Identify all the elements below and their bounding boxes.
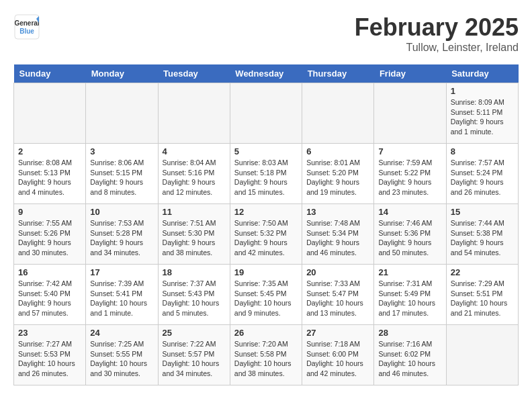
day-info: Sunrise: 7:39 AM Sunset: 5:41 PM Dayligh… <box>90 279 153 318</box>
day-info: Sunrise: 7:25 AM Sunset: 5:55 PM Dayligh… <box>90 339 153 379</box>
header: General Blue February 2025 Tullow, Leins… <box>13 13 519 54</box>
calendar-body: 1Sunrise: 8:09 AM Sunset: 5:11 PM Daylig… <box>14 83 519 385</box>
calendar-day-cell: 27Sunrise: 7:18 AM Sunset: 6:00 PM Dayli… <box>302 325 374 385</box>
calendar-week-row: 16Sunrise: 7:42 AM Sunset: 5:40 PM Dayli… <box>14 265 519 325</box>
day-info: Sunrise: 7:48 AM Sunset: 5:34 PM Dayligh… <box>306 218 369 258</box>
day-number: 5 <box>234 146 298 156</box>
calendar-week-row: 1Sunrise: 8:09 AM Sunset: 5:11 PM Daylig… <box>14 83 519 144</box>
day-info: Sunrise: 7:33 AM Sunset: 5:47 PM Dayligh… <box>306 279 369 318</box>
calendar-day-cell: 13Sunrise: 7:48 AM Sunset: 5:34 PM Dayli… <box>302 204 374 265</box>
calendar-day-cell: 14Sunrise: 7:46 AM Sunset: 5:36 PM Dayli… <box>374 204 446 265</box>
calendar-day-cell: 28Sunrise: 7:16 AM Sunset: 6:02 PM Dayli… <box>374 325 446 385</box>
day-info: Sunrise: 7:42 AM Sunset: 5:40 PM Dayligh… <box>18 279 81 318</box>
calendar-day-cell: 21Sunrise: 7:31 AM Sunset: 5:49 PM Dayli… <box>374 265 446 325</box>
day-number: 6 <box>306 146 369 156</box>
svg-rect-0 <box>15 15 39 39</box>
day-number: 15 <box>451 207 514 217</box>
day-info: Sunrise: 7:16 AM Sunset: 6:02 PM Dayligh… <box>378 339 441 379</box>
day-info: Sunrise: 8:08 AM Sunset: 5:13 PM Dayligh… <box>18 158 81 197</box>
day-number: 9 <box>18 207 81 217</box>
calendar-header-cell: Wednesday <box>230 64 302 83</box>
day-info: Sunrise: 7:55 AM Sunset: 5:26 PM Dayligh… <box>18 218 81 258</box>
day-number: 13 <box>306 207 369 217</box>
svg-text:General: General <box>14 19 39 27</box>
day-number: 19 <box>234 267 298 277</box>
day-number: 17 <box>90 267 153 277</box>
day-number: 24 <box>90 328 153 338</box>
day-number: 20 <box>306 267 369 277</box>
day-info: Sunrise: 8:04 AM Sunset: 5:16 PM Dayligh… <box>163 158 226 197</box>
logo-graphic: General Blue <box>13 13 40 43</box>
calendar-day-cell: 15Sunrise: 7:44 AM Sunset: 5:38 PM Dayli… <box>446 204 518 265</box>
calendar-week-row: 9Sunrise: 7:55 AM Sunset: 5:26 PM Daylig… <box>14 204 519 265</box>
day-info: Sunrise: 7:57 AM Sunset: 5:24 PM Dayligh… <box>451 158 514 197</box>
day-number: 16 <box>18 267 81 277</box>
day-number: 10 <box>90 207 153 217</box>
day-info: Sunrise: 7:46 AM Sunset: 5:36 PM Dayligh… <box>378 218 441 258</box>
day-number: 3 <box>90 146 153 156</box>
day-number: 2 <box>18 146 81 156</box>
day-info: Sunrise: 7:31 AM Sunset: 5:49 PM Dayligh… <box>378 279 441 318</box>
calendar-day-cell <box>302 83 374 144</box>
day-number: 8 <box>451 146 514 156</box>
day-info: Sunrise: 7:53 AM Sunset: 5:28 PM Dayligh… <box>90 218 153 258</box>
calendar-day-cell: 24Sunrise: 7:25 AM Sunset: 5:55 PM Dayli… <box>86 325 158 385</box>
day-info: Sunrise: 7:51 AM Sunset: 5:30 PM Dayligh… <box>163 218 226 258</box>
calendar-day-cell: 1Sunrise: 8:09 AM Sunset: 5:11 PM Daylig… <box>446 83 518 144</box>
day-number: 21 <box>378 267 441 277</box>
calendar-day-cell <box>14 83 86 144</box>
calendar-day-cell: 18Sunrise: 7:37 AM Sunset: 5:43 PM Dayli… <box>158 265 230 325</box>
calendar-day-cell: 5Sunrise: 8:03 AM Sunset: 5:18 PM Daylig… <box>230 144 302 204</box>
calendar-day-cell: 4Sunrise: 8:04 AM Sunset: 5:16 PM Daylig… <box>158 144 230 204</box>
day-number: 11 <box>163 207 226 217</box>
calendar-header-cell: Saturday <box>446 64 518 83</box>
calendar-day-cell: 22Sunrise: 7:29 AM Sunset: 5:51 PM Dayli… <box>446 265 518 325</box>
calendar-header-cell: Tuesday <box>158 64 230 83</box>
calendar-day-cell <box>158 83 230 144</box>
day-info: Sunrise: 7:50 AM Sunset: 5:32 PM Dayligh… <box>234 218 298 258</box>
day-number: 22 <box>451 267 514 277</box>
calendar-week-row: 23Sunrise: 7:27 AM Sunset: 5:53 PM Dayli… <box>14 325 519 385</box>
calendar-day-cell: 3Sunrise: 8:06 AM Sunset: 5:15 PM Daylig… <box>86 144 158 204</box>
logo: General Blue <box>13 13 40 43</box>
calendar-day-cell: 2Sunrise: 8:08 AM Sunset: 5:13 PM Daylig… <box>14 144 86 204</box>
day-number: 25 <box>163 328 226 338</box>
day-number: 28 <box>378 328 441 338</box>
day-info: Sunrise: 8:09 AM Sunset: 5:11 PM Dayligh… <box>451 97 514 137</box>
calendar-header-cell: Sunday <box>14 64 86 83</box>
day-number: 1 <box>451 86 514 96</box>
calendar-header-cell: Friday <box>374 64 446 83</box>
calendar-day-cell: 23Sunrise: 7:27 AM Sunset: 5:53 PM Dayli… <box>14 325 86 385</box>
svg-text:Blue: Blue <box>19 28 34 35</box>
day-info: Sunrise: 7:35 AM Sunset: 5:45 PM Dayligh… <box>234 279 298 318</box>
day-number: 26 <box>234 328 298 338</box>
calendar-day-cell <box>230 83 302 144</box>
calendar-day-cell: 10Sunrise: 7:53 AM Sunset: 5:28 PM Dayli… <box>86 204 158 265</box>
calendar-day-cell <box>374 83 446 144</box>
day-info: Sunrise: 7:59 AM Sunset: 5:22 PM Dayligh… <box>378 158 441 197</box>
calendar-day-cell: 26Sunrise: 7:20 AM Sunset: 5:58 PM Dayli… <box>230 325 302 385</box>
page-subtitle: Tullow, Leinster, Ireland <box>355 42 519 54</box>
calendar-day-cell <box>86 83 158 144</box>
calendar-header-cell: Monday <box>86 64 158 83</box>
calendar-header-row: SundayMondayTuesdayWednesdayThursdayFrid… <box>14 64 519 83</box>
calendar-day-cell: 17Sunrise: 7:39 AM Sunset: 5:41 PM Dayli… <box>86 265 158 325</box>
calendar-day-cell: 7Sunrise: 7:59 AM Sunset: 5:22 PM Daylig… <box>374 144 446 204</box>
page-title: February 2025 <box>355 13 519 42</box>
calendar-day-cell: 19Sunrise: 7:35 AM Sunset: 5:45 PM Dayli… <box>230 265 302 325</box>
day-info: Sunrise: 7:37 AM Sunset: 5:43 PM Dayligh… <box>163 279 226 318</box>
calendar-day-cell: 11Sunrise: 7:51 AM Sunset: 5:30 PM Dayli… <box>158 204 230 265</box>
day-number: 18 <box>163 267 226 277</box>
day-info: Sunrise: 8:06 AM Sunset: 5:15 PM Dayligh… <box>90 158 153 197</box>
day-info: Sunrise: 8:03 AM Sunset: 5:18 PM Dayligh… <box>234 158 298 197</box>
day-info: Sunrise: 7:29 AM Sunset: 5:51 PM Dayligh… <box>451 279 514 318</box>
day-number: 14 <box>378 207 441 217</box>
day-number: 7 <box>378 146 441 156</box>
day-info: Sunrise: 7:44 AM Sunset: 5:38 PM Dayligh… <box>451 218 514 258</box>
day-info: Sunrise: 7:18 AM Sunset: 6:00 PM Dayligh… <box>306 339 369 379</box>
calendar-table: SundayMondayTuesdayWednesdayThursdayFrid… <box>13 64 519 385</box>
day-info: Sunrise: 7:20 AM Sunset: 5:58 PM Dayligh… <box>234 339 298 379</box>
day-number: 23 <box>18 328 81 338</box>
calendar-day-cell: 20Sunrise: 7:33 AM Sunset: 5:47 PM Dayli… <box>302 265 374 325</box>
day-number: 27 <box>306 328 369 338</box>
